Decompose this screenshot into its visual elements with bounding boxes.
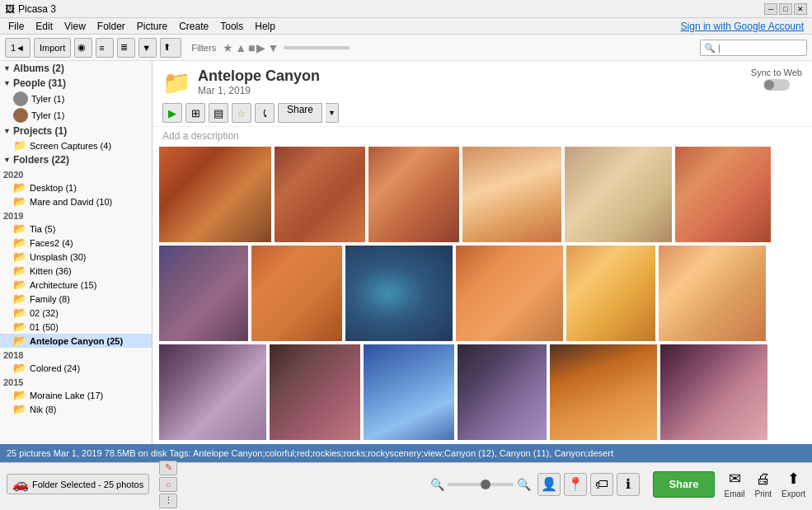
sidebar-item-family[interactable]: 📂 Family (8) bbox=[0, 292, 152, 306]
back-button[interactable]: 1◄ bbox=[5, 38, 31, 58]
location-icon-btn[interactable]: 📍 bbox=[564, 473, 587, 496]
star-button[interactable]: ☆ bbox=[232, 103, 251, 123]
sidebar-item-moraine-lake[interactable]: 📂 Moraine Lake (17) bbox=[0, 388, 152, 402]
photo-thumb[interactable] bbox=[159, 147, 271, 242]
view-mode-btn1[interactable]: ◉ bbox=[74, 38, 92, 58]
sidebar-item-kitten[interactable]: 📂 Kitten (36) bbox=[0, 264, 152, 278]
tag-icon-btn[interactable]: 🏷 bbox=[590, 473, 613, 496]
sync-toggle[interactable] bbox=[763, 79, 790, 91]
zoom-out-icon[interactable]: 🔍 bbox=[430, 478, 444, 491]
square-filter[interactable]: ■ bbox=[248, 41, 255, 54]
import-button[interactable]: Import bbox=[34, 38, 71, 58]
search-box[interactable] bbox=[700, 40, 807, 56]
sidebar-item-nik[interactable]: 📂 Nik (8) bbox=[0, 402, 152, 416]
sidebar-item-antelope-canyon[interactable]: 📂 Antelope Canyon (25) bbox=[0, 334, 152, 348]
sidebar-item-colored[interactable]: 📂 Colored (24) bbox=[0, 361, 152, 375]
green-filter[interactable]: ▲ bbox=[235, 41, 246, 54]
bottom-right-icons: 👤 📍 🏷 ℹ bbox=[537, 473, 640, 496]
zoom-slider[interactable] bbox=[448, 483, 514, 486]
movie-button[interactable]: ▤ bbox=[209, 103, 228, 123]
sidebar: ▼ Albums (2) ▼ People (31) Tyler (1) Tyl… bbox=[0, 61, 153, 444]
collage-button[interactable]: ⊞ bbox=[185, 103, 205, 123]
search-input[interactable] bbox=[704, 43, 803, 53]
photo-thumb[interactable] bbox=[275, 147, 365, 242]
menu-edit[interactable]: Edit bbox=[31, 20, 58, 33]
photo-thumb[interactable] bbox=[566, 246, 655, 341]
edit-tool-btn[interactable]: ✎ bbox=[159, 461, 177, 475]
sidebar-item-tyler1[interactable]: Tyler (1) bbox=[0, 91, 152, 107]
sidebar-item-screen-captures[interactable]: 📁 Screen Captures (4) bbox=[0, 138, 152, 152]
star-filter[interactable]: ★ bbox=[223, 41, 233, 54]
menu-picture[interactable]: Picture bbox=[132, 20, 172, 33]
photo-thumb[interactable] bbox=[458, 344, 547, 440]
rotate-button[interactable]: ⤹ bbox=[255, 103, 275, 123]
view-mode-btn3[interactable]: ≣ bbox=[117, 38, 135, 58]
share-button[interactable]: Share bbox=[278, 103, 322, 123]
photo-thumb[interactable] bbox=[159, 246, 248, 341]
photo-thumb[interactable] bbox=[462, 147, 561, 242]
more-tool-btn[interactable]: ⋮ bbox=[159, 494, 177, 508]
close-button[interactable]: ✕ bbox=[794, 3, 807, 15]
menu-tools[interactable]: Tools bbox=[215, 20, 248, 33]
photo-thumb[interactable] bbox=[659, 246, 766, 341]
content-area: 📁 Antelope Canyon Mar 1, 2019 Sync to We… bbox=[153, 61, 812, 444]
photo-thumb[interactable] bbox=[159, 344, 266, 440]
photo-row-2 bbox=[159, 246, 805, 341]
info-icon-btn[interactable]: ℹ bbox=[617, 473, 640, 496]
sidebar-item-unsplash[interactable]: 📂 Unsplash (30) bbox=[0, 250, 152, 264]
maximize-button[interactable]: □ bbox=[779, 3, 792, 15]
sidebar-item-tia[interactable]: 📂 Tia (5) bbox=[0, 222, 152, 236]
sidebar-item-tyler2[interactable]: Tyler (1) bbox=[0, 107, 152, 124]
upload-button[interactable]: ⬆ bbox=[160, 38, 181, 58]
minimize-button[interactable]: ─ bbox=[764, 3, 777, 15]
view-mode-btn2[interactable]: ≡ bbox=[96, 38, 114, 58]
sidebar-folders-header[interactable]: ▼ Folders (22) bbox=[0, 152, 152, 167]
share-big-button[interactable]: Share bbox=[653, 471, 714, 498]
share-dropdown[interactable]: ▼ bbox=[326, 103, 339, 123]
email-action[interactable]: ✉ Email bbox=[725, 470, 745, 498]
photo-thumb[interactable] bbox=[565, 147, 672, 242]
sidebar-item-01[interactable]: 📂 01 (50) bbox=[0, 320, 152, 334]
photo-thumb[interactable] bbox=[345, 246, 453, 341]
people-icon-btn[interactable]: 👤 bbox=[537, 473, 561, 496]
sidebar-item-desktop[interactable]: 📂 Desktop (1) bbox=[0, 180, 152, 194]
share-actions: Share ✉ Email 🖨 Print ⬆ Export bbox=[653, 470, 805, 498]
menu-file[interactable]: File bbox=[3, 20, 29, 33]
photo-thumb[interactable] bbox=[251, 246, 342, 341]
filter-slider[interactable] bbox=[284, 46, 350, 49]
menu-folder[interactable]: Folder bbox=[92, 20, 130, 33]
video-filter[interactable]: ▶ bbox=[256, 41, 265, 54]
print-action[interactable]: 🖨 Print bbox=[755, 470, 772, 498]
zoom-thumb[interactable] bbox=[481, 480, 490, 489]
arrow-down-icon: ▼ bbox=[3, 64, 11, 73]
menu-help[interactable]: Help bbox=[250, 20, 280, 33]
zoom-in-icon[interactable]: 🔍 bbox=[517, 478, 531, 491]
description-field[interactable]: Add a description bbox=[153, 127, 812, 143]
photo-thumb[interactable] bbox=[550, 344, 657, 440]
arrow-down-icon: ▼ bbox=[3, 156, 11, 164]
extra-filter[interactable]: ▼ bbox=[267, 41, 279, 54]
sign-in-link[interactable]: Sign in with Google Account bbox=[676, 20, 809, 33]
sync-to-web: Sync to Web bbox=[751, 68, 802, 91]
sidebar-projects-header[interactable]: ▼ Projects (1) bbox=[0, 124, 152, 138]
sidebar-albums-header[interactable]: ▼ Albums (2) bbox=[0, 61, 152, 76]
menu-create[interactable]: Create bbox=[174, 20, 214, 33]
photo-thumb[interactable] bbox=[675, 147, 771, 242]
photo-thumb[interactable] bbox=[270, 344, 360, 440]
view-mode-btn4[interactable]: ▼ bbox=[138, 38, 157, 58]
photo-thumb[interactable] bbox=[364, 344, 454, 440]
photo-thumb[interactable] bbox=[368, 147, 459, 242]
photo-thumb[interactable] bbox=[660, 344, 767, 440]
sidebar-item-02[interactable]: 📂 02 (32) bbox=[0, 306, 152, 320]
sidebar-item-architecture[interactable]: 📂 Architecture (15) bbox=[0, 278, 152, 292]
sidebar-item-mare-david[interactable]: 📂 Mare and David (10) bbox=[0, 194, 152, 208]
action-bar: ▶ ⊞ ▤ ☆ ⤹ Share ▼ bbox=[153, 100, 812, 127]
play-button[interactable]: ▶ bbox=[162, 103, 182, 123]
menu-view[interactable]: View bbox=[59, 20, 91, 33]
sidebar-item-faces2[interactable]: 📂 Faces2 (4) bbox=[0, 236, 152, 250]
export-action[interactable]: ⬆ Export bbox=[781, 470, 805, 498]
photo-thumb[interactable] bbox=[456, 246, 563, 341]
sidebar-people-header[interactable]: ▼ People (31) bbox=[0, 76, 152, 91]
folder-badge[interactable]: 🚗 Folder Selected - 25 photos bbox=[7, 474, 149, 494]
rotate-tool-btn[interactable]: ○ bbox=[159, 477, 177, 492]
